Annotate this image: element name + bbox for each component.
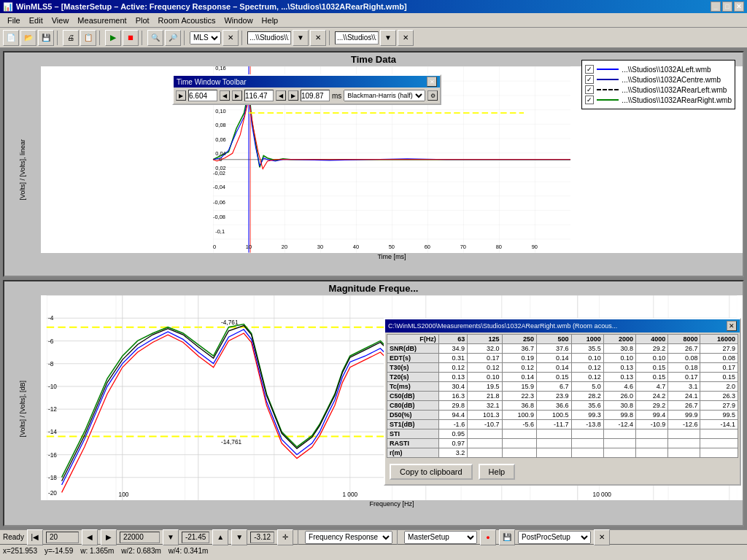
twt-ms-value[interactable] [301,90,330,101]
ra-header-1000: 1000 [571,335,603,344]
ra-cell-6-4: 35.6 [571,401,603,411]
menu-help[interactable]: Help [258,15,283,26]
svg-text:-6: -6 [48,338,54,345]
left-val-input[interactable] [50,533,75,541]
path2-browse[interactable]: ▼ [380,30,396,46]
legend-label-3: ...\\Studios\\1032ARearLeft.wmb [622,86,727,94]
ra-cell-5-7: 24.1 [668,392,700,401]
ra-cell-7-6: 99.4 [635,411,667,420]
nav-start[interactable]: |◀ [27,529,43,545]
twt-left-inc[interactable]: ▶ [232,90,242,101]
mls-close[interactable]: ✕ [222,30,239,46]
post-select[interactable]: PostProcSetup [518,531,591,544]
twt-left-dec[interactable]: ◀ [220,90,230,101]
menu-measurement[interactable]: Measurement [73,15,131,26]
ra-cell-10-0: 0.97 [438,439,467,448]
ra-row-8: ST1(dB)-1.6-10.7-5.6-11.7-13.8-12.4-10.9… [387,420,738,429]
db-down[interactable]: ▼ [163,529,179,545]
ra-cell-4-1: 19.5 [468,382,502,392]
crosshair-btn[interactable]: ✛ [277,529,293,545]
print-button[interactable]: 🖨 [63,30,79,46]
db-up[interactable]: ▲ [212,529,228,545]
twt-right-inc[interactable]: ▶ [288,90,298,101]
twt-settings[interactable]: ⚙ [427,90,438,101]
ra-row-0: SNR(dB)34.932.036.737.635.530.829.226.72… [387,344,738,354]
right-val-input[interactable] [123,533,156,541]
ra-cell-6-7: 26.7 [668,401,700,411]
stop-button[interactable]: ⏹ [123,30,139,46]
legend-check-3[interactable]: ✓ [585,85,594,94]
svg-text:-0,08: -0,08 [213,214,225,220]
popup-close-button[interactable]: ✕ [727,321,737,331]
ra-cell-6-6: 29.2 [635,401,667,411]
menu-view[interactable]: View [47,15,74,26]
nav-right[interactable]: ▶ [101,529,117,545]
maximize-button[interactable]: □ [722,1,732,12]
db2-down[interactable]: ▼ [231,529,247,545]
menu-bar: File Edit View Measurement Plot Room Aco… [0,13,747,28]
ra-row-label-6: C80(dB) [387,401,439,411]
twt-play[interactable]: ▶ [176,90,186,101]
svg-text:1 000: 1 000 [342,491,357,498]
zoom-in[interactable]: 🔍 [147,30,163,46]
svg-text:-10: -10 [48,383,57,390]
ra-cell-9-5 [603,429,635,439]
ra-cell-8-4: -13.8 [571,420,603,429]
rec-btn[interactable]: ● [480,529,496,545]
twt-right-dec[interactable]: ◀ [276,90,286,101]
freq-chart-title: Magnitude Freque... [4,281,743,295]
mls-select[interactable]: MLS [190,31,221,44]
copy-clipboard-button[interactable]: Copy to clipboard [390,464,473,480]
path1-input[interactable] [247,31,291,44]
ra-cell-0-1: 32.0 [468,344,502,354]
close-post-btn[interactable]: ✕ [594,529,610,545]
twt-left-value[interactable] [188,90,217,101]
ra-row-label-11: r(m) [387,448,439,458]
legend-item-4: ✓ ...\\Studios\\1032ARearRight.wmb [585,96,732,104]
path2-input[interactable] [335,31,379,44]
minimize-button[interactable]: _ [711,1,721,12]
new-button[interactable]: 📄 [3,30,19,46]
ra-cell-1-0: 0.31 [438,354,467,363]
ra-row-11: r(m)3.2 [387,448,738,458]
save-button[interactable]: 💾 [38,30,54,46]
ra-cell-9-3 [537,429,571,439]
ra-cell-2-2: 0.12 [502,363,536,373]
legend-check-2[interactable]: ✓ [585,75,594,84]
nav-left[interactable]: ◀ [82,529,98,545]
ra-row-3: T20(s)0.130.100.140.150.120.130.150.170.… [387,373,738,382]
ra-cell-1-3: 0.14 [537,354,571,363]
ra-cell-8-8: -14.1 [700,420,738,429]
zoom-out[interactable]: 🔎 [165,30,181,46]
ra-cell-11-6 [635,448,667,458]
open-button[interactable]: 📂 [20,30,36,46]
svg-text:70: 70 [460,244,466,250]
ra-header-freq: F(Hz) [387,335,439,344]
menu-room-acoustics[interactable]: Room Acoustics [154,15,220,26]
save-setup-btn[interactable]: 💾 [499,529,515,545]
ra-cell-6-0: 29.8 [438,401,467,411]
legend-check-1[interactable]: ✓ [585,65,594,74]
mode-select[interactable]: Frequency Response - S [305,531,392,544]
menu-plot[interactable]: Plot [131,15,154,26]
ra-cell-6-1: 32.1 [468,401,502,411]
popup-title-text: C:\WinMLS2000\Measurements\Studios\1032A… [388,322,617,330]
twt-filter-select[interactable]: Blackman-Harris (half) [344,90,425,101]
setup-select[interactable]: MasterSetup [404,531,477,544]
menu-edit[interactable]: Edit [25,15,47,26]
ra-row-label-7: D50(%) [387,411,439,420]
start-button[interactable]: ▶ [105,30,121,46]
path2-clear[interactable]: ✕ [398,30,414,46]
menu-window[interactable]: Window [220,15,257,26]
path1-clear[interactable]: ✕ [310,30,326,46]
copy-button[interactable]: 📋 [80,30,96,46]
svg-text:-14,761: -14,761 [221,438,242,446]
help-button[interactable]: Help [479,464,516,480]
legend-check-4[interactable]: ✓ [585,96,594,104]
path1-browse[interactable]: ▼ [293,30,309,46]
close-button[interactable]: ✕ [734,1,744,12]
twt-close[interactable]: ✕ [427,77,437,87]
ra-row-7: D50(%)94.4101.3100.9100.599.399.899.499.… [387,411,738,420]
menu-file[interactable]: File [3,15,25,26]
twt-right-value[interactable] [244,90,274,101]
